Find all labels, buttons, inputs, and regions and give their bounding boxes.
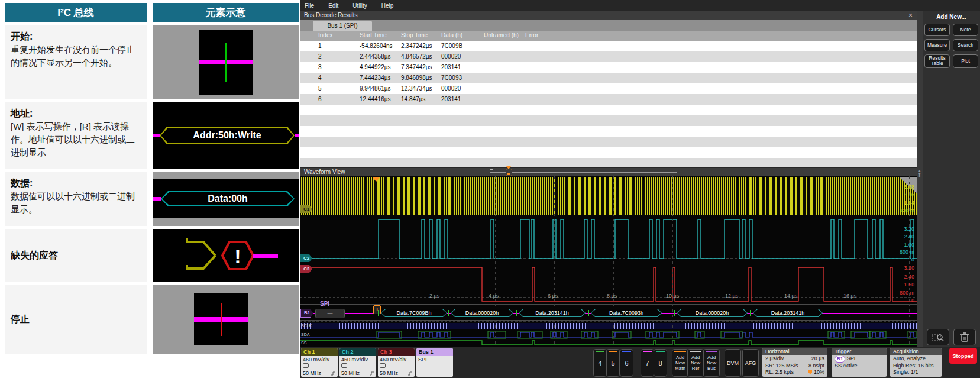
cell: 2.444358µs [360,53,390,60]
missing-ack-icon: ! [153,229,299,282]
scale-label-ch3: 800 m [900,290,914,296]
add-new-ref-button[interactable]: AddNewRef [687,349,704,377]
bus-spi-label: SPI [320,301,329,307]
waveform-title: Waveform View [304,169,345,175]
trash-icon[interactable] [953,329,976,345]
add-results-table-button[interactable]: Results Table [924,54,950,68]
add-new-math-button[interactable]: AddNewMath [672,349,688,377]
channel-card-ch1[interactable]: Ch 1460 mV/div50 MHz [301,348,338,377]
bus-packet[interactable]: Data:203141h [753,309,823,317]
scale-label-ch2: 0 [911,257,914,263]
table-row[interactable]: 1-54.82604ns2.347242µs7C009B [300,41,917,51]
table-row[interactable]: 22.444358µs4.846572µs000020 [300,51,917,62]
bus-packet[interactable]: Data:7C009Bh [381,309,447,317]
cell: 5 [318,85,322,92]
cell: 203141 [441,96,461,102]
bus-packet[interactable]: Data:7C0093h [591,309,662,317]
sclk-label: SCLK [301,324,312,328]
table-row[interactable]: 34.944922µs7.347442µs203141 [300,62,917,73]
menu-help[interactable]: Help [381,2,394,9]
cell: 4.944922µs [360,64,390,70]
channel-8-button[interactable]: 8 [654,349,667,377]
acquisition-panel[interactable]: Acquisition Auto, Analyze High Res: 16 b… [890,348,942,377]
channel-6-button[interactable]: 6 [620,349,633,377]
zoom-box-button[interactable] [927,329,949,345]
add-search-button[interactable]: Search [953,39,978,51]
add-note-button[interactable]: Note [953,24,978,36]
waveform-canvas[interactable]: C1 C2 C3 B1 — SPI T SCLK SDA SS 2 µs4 µs… [300,176,917,347]
gridline [495,176,496,347]
channel-card-title: Ch 3 [378,348,415,356]
pan-slider-track[interactable] [490,172,677,173]
menu-edit[interactable]: Edit [328,2,338,9]
doc-header-i2c-bus: I²C 总线 [5,3,147,22]
doc-address-title: 地址: [11,108,33,118]
table-row[interactable]: 47.444234µs9.846898µs7C0093 [300,73,917,83]
scale-label-ch3: 2.40 [904,274,914,280]
horizontal-panel[interactable]: Horizontal 2 µs/div20 µs SR: 125 MS/s8 n… [762,348,827,377]
dvm-button[interactable]: DVM [725,349,741,377]
trigger-type: SPI [847,356,856,361]
stopped-button[interactable]: Stopped [949,348,977,364]
afg-button[interactable]: AFG [742,349,759,377]
doc-row-start: 开始: 重复开始发生在没有前一个停止的情况下显示另一个开始。 [5,25,299,99]
time-axis-label: 2 µs [429,293,439,299]
table-row[interactable]: 59.944861µs12.34734µs000020 [300,83,917,94]
trigger-mode: SS Active [835,363,884,370]
menu-utility[interactable]: Utility [352,2,367,9]
channel-5-button[interactable]: 5 [606,349,620,377]
cell: 6 [318,96,322,102]
channel-card-ch3[interactable]: Ch 3460 mV/div50 MHz [378,348,415,377]
cell: 7C0093 [441,75,462,81]
bus-packet[interactable]: Data:203141h [519,309,586,317]
tab-bus1-spi[interactable]: Bus 1 (SPI) [313,21,372,31]
col-unframed-h-[interactable]: Unframed (h) [484,32,519,38]
col-error[interactable]: Error [525,32,538,38]
col-stop-time[interactable]: Stop Time [401,32,428,38]
menu-file[interactable]: File [305,2,314,9]
channel-card-body: 460 mV/div50 MHz [301,356,338,377]
gridline [554,176,555,347]
add-plot-button[interactable]: Plot [953,54,978,68]
close-icon[interactable]: × [908,11,913,20]
bus-packet[interactable]: Data:000020h [451,309,513,317]
probe-icon [380,363,413,370]
bus-packet[interactable]: Data:000020h [677,309,748,317]
doc-missing-ack-title: 缺失的应答 [11,248,58,262]
pan-marker-handle[interactable] [506,169,512,176]
channel-4-button[interactable]: 4 [593,349,607,377]
cell: 12.34734µs [401,85,432,92]
trigger-panel[interactable]: Trigger B1 SPI SS Active [832,348,887,377]
table-row[interactable]: 612.44416µs14.847µs203141 [300,94,917,105]
scale-label-ch1: 1.84 [904,200,914,206]
add-new-bus-button[interactable]: AddNewBus [703,349,720,377]
addr-hexagon: Addr:50h:Write [160,127,295,144]
bus-packet-label: Data:7C0093h [591,309,661,316]
col-index[interactable]: Index [318,32,332,38]
doc-row-address: 地址: [W] 表示写操作，[R] 表示读操作。地址值可以以十六进制或二进制显示… [5,102,299,169]
trigger-pos-icon [808,370,812,374]
panel-divider[interactable]: ••• [917,11,923,347]
channel-7-button[interactable]: 7 [641,349,654,377]
col-start-time[interactable]: Start Time [360,32,387,38]
gridline [850,176,850,347]
col-data-h-[interactable]: Data (h) [441,32,462,38]
acquisition-title: Acquisition [890,348,942,355]
gridline [377,176,377,347]
add-measure-button[interactable]: Measure [924,39,950,51]
bus-collapse-box[interactable]: — [315,309,345,318]
time-axis-label: 10 µs [666,293,679,299]
sclk-digital-trace [300,323,917,329]
channel-card-bus1[interactable]: Bus 1SPI [416,348,453,377]
scope-app: FileEditUtilityHelp Bus Decode Results ×… [300,0,980,378]
doc-data-title: 数据: [11,178,33,188]
acquisition-resolution: High Res: 16 bits [893,363,939,370]
channel-card-ch2[interactable]: Ch 2460 mV/div50 MHz [339,348,376,377]
add-cursors-button[interactable]: Cursors [924,24,950,36]
packet-separator-tick [378,310,379,316]
doc-address-body: [W] 表示写操作，[R] 表示读操作。地址值可以以十六进制或二进制显示 [11,121,135,157]
channel-scale: 460 mV/div [303,357,336,363]
menu-bar: FileEditUtilityHelp [300,0,980,11]
channel-bandwidth: 50 MHz [380,370,413,377]
time-axis-label: 12 µs [725,293,738,299]
